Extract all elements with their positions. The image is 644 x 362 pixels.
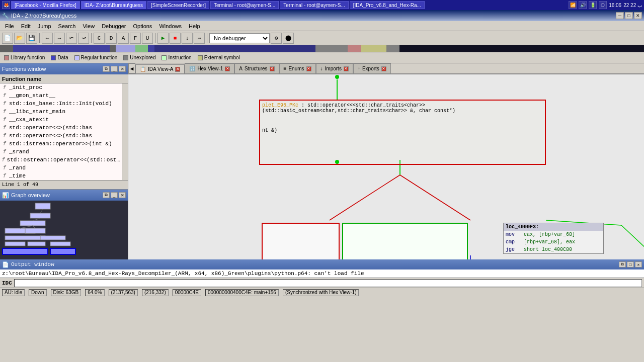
taskbar-item-ida[interactable]: IDA- Z:\root\Bureau\guess (81, 1, 146, 9)
save-button[interactable]: 💾 (26, 33, 37, 44)
tab-imports-close[interactable]: ✕ (344, 66, 349, 71)
undef-button[interactable]: U (142, 33, 153, 44)
tab-scroll-left[interactable]: ◀ (128, 63, 135, 73)
tab-hex-view-close[interactable]: ✕ (225, 66, 230, 71)
function-item-icon: f (1, 132, 8, 139)
functions-inner[interactable]: f_init_procf__gmon_start__fstd::ios_base… (0, 83, 122, 180)
idc-input-field[interactable] (14, 279, 642, 287)
menu-file[interactable]: File (2, 22, 17, 30)
debugger-dropdown[interactable]: No debugger (209, 33, 270, 43)
menu-options[interactable]: Options (130, 22, 155, 30)
menu-help[interactable]: Help (186, 22, 203, 30)
tab-ida-view-a-close[interactable]: ✕ (175, 67, 180, 72)
graph-close-button[interactable]: ✕ (119, 192, 126, 198)
nav-button1[interactable]: ⤺ (66, 33, 77, 44)
tab-imports[interactable]: ↓ Imports ✕ (316, 63, 353, 73)
tab-enums[interactable]: ≡ Enums ✕ (279, 63, 316, 73)
step2-button[interactable]: ⇒ (194, 33, 205, 44)
function-list-item[interactable]: fstd::operator<<>(std::bas (0, 124, 122, 132)
output-close-button[interactable]: ✕ (635, 261, 642, 267)
graph-overview-header: 📊 Graph overview ⧉ _ ✕ (0, 190, 128, 201)
menu-debugger[interactable]: Debugger (99, 22, 129, 30)
function-list-item[interactable]: f__gmon_start__ (0, 92, 122, 100)
debug-opt-button[interactable]: ⚙ (271, 33, 282, 44)
function-list-item[interactable]: f_srand (0, 148, 122, 156)
panel-close-button[interactable]: ✕ (119, 66, 126, 72)
maximize-button[interactable]: □ (625, 12, 633, 19)
close-button[interactable]: ✕ (634, 12, 642, 19)
tab-hex-view-1[interactable]: 🔢 Hex View-1 ✕ (185, 63, 234, 73)
function-list-item[interactable]: f__cxa_atexit (0, 116, 122, 124)
data-button[interactable]: D (106, 33, 117, 44)
tab-enums-close[interactable]: ✕ (306, 66, 311, 71)
functions-window-title: Functions window (2, 66, 46, 72)
status-sync: (Synchronized with Hex View-1) (283, 289, 359, 296)
menu-view[interactable]: View (79, 22, 98, 30)
functions-scrollbar[interactable] (122, 83, 128, 180)
function-list-item[interactable]: fstd::ios_base::Init::Init(void) (0, 100, 122, 108)
node-loc-4000f3-line2: cmp [rbp+var_68], eax (504, 238, 603, 246)
function-list-item[interactable]: f_rand (0, 164, 122, 172)
tab-structures-close[interactable]: ✕ (270, 66, 275, 71)
function-list-item[interactable]: f__libc_start_main (0, 108, 122, 116)
breakpoint-button[interactable]: ⬤ (283, 33, 294, 44)
new-button[interactable]: 📄 (2, 33, 13, 44)
step-button[interactable]: ↓ (182, 33, 193, 44)
asm-button[interactable]: A (118, 33, 129, 44)
menu-windows[interactable]: Windows (156, 22, 185, 30)
function-list-item[interactable]: f_time (0, 172, 122, 180)
forward-button[interactable]: → (54, 33, 65, 44)
bluetooth-tray-icon: ⬡ (599, 1, 607, 9)
function-list-item[interactable]: fstd::istream::operator>>(int &) (0, 140, 122, 148)
taskbar-item-terminal2[interactable]: Terminal - root@aymen-S... (280, 1, 348, 9)
panel-min-button[interactable]: _ (111, 66, 118, 72)
run-button[interactable]: ▶ (157, 33, 169, 44)
output-header-buttons: ⧉ □ ✕ (619, 261, 642, 267)
taskbar-item-ida2[interactable]: [IDA_Pro_v6.8_and_Hex-Ra... (350, 1, 425, 9)
status-bar: AU: idle Down Disk: 63GB 64.0% (2137,563… (0, 288, 644, 297)
graph-overview-canvas[interactable] (0, 201, 128, 259)
taskbar-item-firefox[interactable]: [Facebook - Mozilla Firefox] (11, 1, 80, 9)
tab-exports-close[interactable]: ✕ (381, 66, 386, 71)
main-code-block: plet_E95_PKc : std::operator<<<std::char… (259, 100, 546, 165)
code-label: plet_E95_PKc (262, 103, 298, 108)
menu-search[interactable]: Search (55, 22, 79, 30)
stop-button[interactable]: ■ (170, 33, 181, 44)
output-max-button[interactable]: □ (627, 261, 634, 267)
function-list-item[interactable]: fstd::ostream::operator<<(std::ostream &… (0, 156, 122, 164)
line-counter: Line 1 of 49 (0, 180, 128, 189)
svg-point-16 (335, 75, 339, 79)
function-list-item[interactable]: fstd::operator<<>(std::bas (0, 132, 122, 140)
func-button[interactable]: F (130, 33, 141, 44)
cm-seg-11 (386, 45, 399, 52)
function-list-item[interactable]: f_init_proc (0, 83, 122, 92)
back-button[interactable]: ← (42, 33, 53, 44)
status-zoom: 64.0% (85, 289, 104, 296)
legend-label-unexplored: Unexplored (130, 55, 155, 60)
tab-ida-view-a[interactable]: 📋 IDA View-A ✕ (135, 64, 185, 74)
graph-view-area[interactable]: plet_E95_PKc : std::operator<<<std::char… (128, 74, 644, 259)
output-float-button[interactable]: ⧉ (619, 261, 626, 267)
taskbar-item-terminal1[interactable]: Terminal - root@aymen-S... (210, 1, 279, 9)
menu-edit[interactable]: Edit (18, 22, 34, 30)
panel-float-button[interactable]: ⧉ (103, 66, 110, 72)
minimize-button[interactable]: ─ (616, 12, 624, 19)
functions-list[interactable]: f_init_procf__gmon_start__fstd::ios_base… (0, 83, 122, 180)
taskbar-item-recorder[interactable]: [SimpleScreenRecorder] (147, 1, 209, 9)
menu-jump[interactable]: Jump (35, 22, 54, 30)
svg-line-24 (330, 175, 400, 220)
svg-rect-5 (5, 236, 45, 240)
node-loc-4000f3: loc_4000F3: mov eax, [rbp+var_68] cmp [r… (503, 223, 604, 254)
tab-structures[interactable]: A Structures ✕ (234, 63, 279, 73)
open-button[interactable]: 📂 (14, 33, 25, 44)
code-button[interactable]: C (94, 33, 105, 44)
cm-seg-6 (148, 45, 154, 52)
tab-exports[interactable]: ↑ Exports ✕ (353, 63, 391, 73)
legend-dot-regular (74, 55, 79, 60)
clock: 16:06 (609, 3, 621, 8)
graph-min-button[interactable]: _ (111, 192, 118, 198)
svg-rect-7 (5, 242, 25, 246)
nav-button2[interactable]: ⤻ (78, 33, 89, 44)
graph-float-button[interactable]: ⧉ (103, 192, 110, 198)
firefox-taskbar-icon[interactable]: 🦊 (2, 1, 10, 9)
